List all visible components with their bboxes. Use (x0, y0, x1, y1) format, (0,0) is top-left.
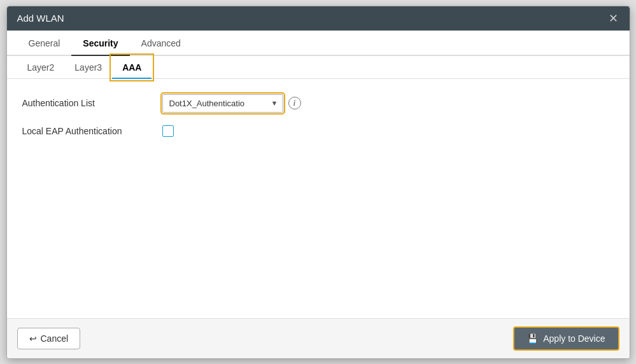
add-wlan-dialog: Add WLAN ✕ General Security Advanced Lay… (6, 6, 630, 359)
apply-to-device-button[interactable]: 💾 Apply to Device (513, 326, 619, 351)
dialog-title: Add WLAN (17, 13, 64, 24)
dialog-footer: ↩ Cancel 💾 Apply to Device (7, 318, 630, 358)
tab-security[interactable]: Security (71, 31, 129, 56)
top-tabs: General Security Advanced (7, 31, 630, 56)
apply-icon: 💾 (527, 333, 538, 344)
secondary-tabs: Layer2 Layer3 AAA (7, 56, 630, 79)
tab-general[interactable]: General (17, 31, 72, 56)
tab-layer2[interactable]: Layer2 (17, 56, 65, 79)
tab-layer3[interactable]: Layer3 (64, 56, 112, 79)
authentication-list-select[interactable]: Dot1X_Authenticatio Default None (162, 94, 283, 113)
authentication-list-select-wrapper: Dot1X_Authenticatio Default None ▼ (162, 94, 283, 113)
info-icon[interactable]: i (288, 97, 301, 109)
close-button[interactable]: ✕ (607, 13, 619, 24)
authentication-list-control: Dot1X_Authenticatio Default None ▼ i (162, 94, 301, 113)
cancel-icon: ↩ (29, 333, 37, 344)
dialog-header: Add WLAN ✕ (7, 6, 630, 31)
local-eap-checkbox[interactable] (162, 125, 174, 137)
local-eap-label: Local EAP Authentication (22, 126, 162, 136)
authentication-list-row: Authentication List Dot1X_Authenticatio … (22, 94, 614, 113)
apply-label: Apply to Device (543, 333, 605, 344)
authentication-list-label: Authentication List (22, 98, 162, 108)
tab-aaa[interactable]: AAA (112, 56, 152, 79)
cancel-label: Cancel (41, 333, 69, 344)
local-eap-row: Local EAP Authentication (22, 125, 614, 137)
dialog-body: Authentication List Dot1X_Authenticatio … (7, 79, 630, 318)
cancel-button[interactable]: ↩ Cancel (17, 328, 81, 349)
local-eap-control (162, 125, 174, 137)
tab-advanced[interactable]: Advanced (130, 31, 192, 56)
